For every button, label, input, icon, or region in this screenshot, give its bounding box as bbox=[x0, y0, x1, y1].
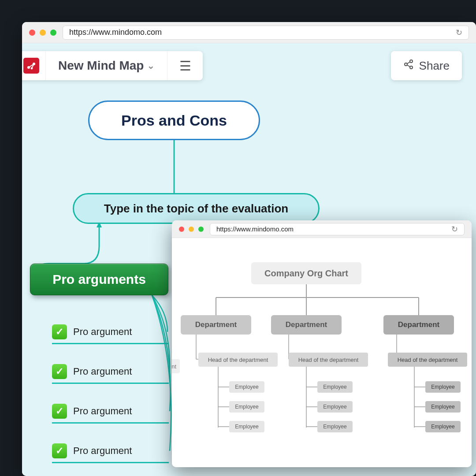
check-icon: ✓ bbox=[52, 364, 67, 379]
head-of-department-node[interactable]: Head of the department bbox=[289, 353, 368, 367]
pro-arguments-node[interactable]: Pro arguments bbox=[30, 264, 168, 295]
url-text: https://www.mindomo.com bbox=[69, 28, 162, 37]
employee-node[interactable]: Employee bbox=[317, 381, 353, 393]
employee-node[interactable]: Employee bbox=[425, 401, 461, 413]
employee-node[interactable]: Employee bbox=[317, 421, 353, 432]
mindmap-topic-node[interactable]: Type in the topic of the evaluation bbox=[73, 193, 320, 224]
minimize-window-button[interactable] bbox=[40, 30, 46, 36]
employee-node[interactable]: Employee bbox=[229, 401, 264, 413]
svg-point-5 bbox=[410, 66, 413, 69]
menu-button[interactable]: ☰ bbox=[167, 51, 203, 80]
pro-argument-item[interactable]: ✓ Pro argument bbox=[52, 401, 169, 424]
cropped-head-node: nt bbox=[172, 359, 180, 373]
employee-node[interactable]: Employee bbox=[317, 401, 353, 413]
department-node[interactable]: Department bbox=[181, 315, 251, 335]
svg-point-3 bbox=[410, 60, 413, 63]
maximize-window-button[interactable] bbox=[50, 30, 56, 36]
address-bar[interactable]: https://www.mindomo.com ↻ bbox=[210, 223, 465, 235]
pro-argument-item[interactable]: ✓ Pro argument bbox=[52, 322, 169, 344]
pro-argument-text: Pro argument bbox=[73, 366, 132, 377]
mindmap-root-node[interactable]: Pros and Cons bbox=[88, 100, 260, 140]
app-logo[interactable] bbox=[22, 51, 46, 80]
app-toolbar: New Mind Map ⌄ ☰ bbox=[22, 51, 203, 80]
check-icon: ✓ bbox=[52, 324, 67, 339]
svg-point-4 bbox=[405, 63, 407, 66]
close-window-button[interactable] bbox=[179, 227, 184, 232]
employee-node[interactable]: Employee bbox=[425, 381, 461, 393]
check-icon: ✓ bbox=[52, 443, 67, 458]
employee-node[interactable]: Employee bbox=[229, 421, 264, 432]
pro-argument-text: Pro argument bbox=[73, 445, 132, 457]
pro-argument-text: Pro argument bbox=[73, 326, 132, 338]
document-title-dropdown[interactable]: New Mind Map ⌄ bbox=[46, 51, 167, 80]
hamburger-icon: ☰ bbox=[179, 58, 191, 74]
maximize-window-button[interactable] bbox=[198, 227, 204, 232]
department-node[interactable]: Department bbox=[383, 315, 454, 335]
refresh-icon[interactable]: ↻ bbox=[451, 224, 458, 234]
share-button[interactable]: Share bbox=[391, 51, 462, 80]
refresh-icon[interactable]: ↻ bbox=[456, 28, 462, 37]
employee-node[interactable]: Employee bbox=[229, 381, 264, 393]
check-icon: ✓ bbox=[52, 404, 67, 419]
employee-node[interactable]: Employee bbox=[425, 421, 461, 432]
share-icon bbox=[403, 59, 414, 73]
share-label: Share bbox=[419, 59, 450, 73]
svg-line-7 bbox=[407, 65, 410, 67]
document-title: New Mind Map bbox=[58, 59, 144, 73]
secondary-browser-chrome: https://www.mindomo.com ↻ bbox=[172, 220, 472, 238]
department-node[interactable]: Department bbox=[271, 315, 342, 335]
main-browser-chrome: https://www.mindomo.com ↻ bbox=[22, 22, 476, 43]
mindomo-logo-icon bbox=[23, 58, 39, 74]
pro-argument-item[interactable]: ✓ Pro argument bbox=[52, 361, 169, 384]
svg-line-6 bbox=[407, 62, 410, 63]
traffic-lights bbox=[179, 227, 204, 232]
url-text: https://www.mindomo.com bbox=[216, 225, 294, 233]
orgchart-root-node[interactable]: Company Org Chart bbox=[251, 262, 361, 284]
pro-argument-text: Pro argument bbox=[73, 405, 132, 417]
secondary-browser-window: https://www.mindomo.com ↻ bbox=[172, 220, 472, 467]
head-of-department-node[interactable]: Head of the department bbox=[388, 353, 467, 367]
address-bar[interactable]: https://www.mindomo.com ↻ bbox=[63, 26, 469, 40]
chevron-down-icon: ⌄ bbox=[147, 60, 155, 71]
close-window-button[interactable] bbox=[29, 30, 35, 36]
minimize-window-button[interactable] bbox=[189, 227, 194, 232]
traffic-lights bbox=[29, 30, 56, 36]
head-of-department-node[interactable]: Head of the department bbox=[198, 353, 278, 367]
pro-argument-item[interactable]: ✓ Pro argument bbox=[52, 441, 169, 463]
orgchart-canvas[interactable]: Company Org Chart nt Department Head of … bbox=[172, 238, 472, 467]
